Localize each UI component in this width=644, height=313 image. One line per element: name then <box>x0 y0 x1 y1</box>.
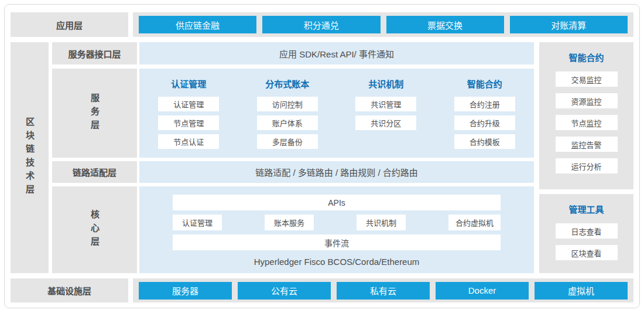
service-column-consensus: 共识机制 共识管理 共识分区 <box>337 77 436 158</box>
node-multilayer-backup: 多层备份 <box>257 134 318 149</box>
node-reconciliation-clearing: 对账清算 <box>510 16 628 33</box>
infrastructure-layer-label: 基础设施层 <box>11 278 128 302</box>
sdk-api-band: 应用 SDK/Rest API/ 事件通知 <box>139 42 534 64</box>
service-column-auth: 认证管理 认证管理 节点管理 节点认证 <box>139 77 238 158</box>
application-layer-row: 应用层 供应链金融 积分通兑 票据交换 对账清算 <box>11 12 633 37</box>
node-operation-analysis: 运行分析 <box>556 158 618 173</box>
node-contract-vm: 合约虚拟机 <box>448 215 501 230</box>
node-event-stream: 事件流 <box>173 234 501 250</box>
node-log-viewer: 日志查看 <box>556 223 618 239</box>
infrastructure-layer-strip: 服务器 公有云 私有云 Docker 虚拟机 <box>133 278 633 302</box>
node-ledger-service: 账本服务 <box>265 215 314 230</box>
service-column-smart-contract-title: 智能合约 <box>467 77 502 90</box>
service-column-consensus-title: 共识机制 <box>368 77 403 90</box>
server-interface-layer-label: 服务器接口层 <box>52 42 137 64</box>
node-public-cloud: 公有云 <box>238 282 331 300</box>
sublayer-labels-column: 服务器接口层 服务层 链路适配层 核心层 <box>52 42 137 273</box>
node-contract-template: 合约模板 <box>454 134 515 149</box>
smart-contract-panel-title: 智能合约 <box>568 51 604 63</box>
node-apis: APIs <box>173 195 501 210</box>
core-platforms-text: Hyperledger Fisco BCOS/Corda/Ethereum <box>173 257 501 267</box>
node-contract-registration: 合约注册 <box>454 97 515 111</box>
application-layer-strip: 供应链金融 积分通兑 票据交换 对账清算 <box>133 12 633 37</box>
node-server: 服务器 <box>139 282 232 300</box>
blockchain-tech-layer-label-box: 区块链技术层 <box>11 42 49 273</box>
right-panels-column: 智能合约 交易监控 资源监控 节点监控 监控告警 运行分析 管理工具 日志查看 … <box>539 42 633 273</box>
node-block-viewer: 区块查看 <box>556 245 618 260</box>
link-adaptation-band: 链路适配 / 多链路由 / 路由规则 / 合约路由 <box>139 161 534 183</box>
node-node-authentication: 节点认证 <box>158 134 219 149</box>
node-consensus-management: 共识管理 <box>355 97 416 111</box>
service-column-ledger: 分布式账本 访问控制 账户体系 多层备份 <box>238 77 337 158</box>
core-layer-panel: APIs 认证管理 账本服务 共识机制 合约虚拟机 事件流 Hyperledge… <box>139 186 534 273</box>
node-core-consensus: 共识机制 <box>357 215 406 230</box>
infrastructure-layer-row: 基础设施层 服务器 公有云 私有云 Docker 虚拟机 <box>11 278 633 302</box>
node-contract-upgrade: 合约升级 <box>454 115 515 130</box>
node-monitoring-alert: 监控告警 <box>556 137 618 152</box>
service-layer-label-text: 服务层 <box>88 93 101 134</box>
service-column-ledger-title: 分布式账本 <box>265 77 309 90</box>
core-layer-label: 核心层 <box>52 186 137 273</box>
node-points-exchange: 积分通兑 <box>262 16 380 33</box>
architecture-diagram: 应用层 供应链金融 积分通兑 票据交换 对账清算 区块链技术层 服务器接口层 服… <box>4 4 640 308</box>
node-node-monitoring: 节点监控 <box>556 115 618 130</box>
node-account-system: 账户体系 <box>257 115 318 130</box>
service-layer-panel: 认证管理 认证管理 节点管理 节点认证 分布式账本 访问控制 账户体系 多层备份… <box>139 69 534 158</box>
node-bill-exchange: 票据交换 <box>386 16 504 33</box>
service-layer-label: 服务层 <box>52 69 137 158</box>
blockchain-tech-layer-label: 区块链技术层 <box>23 117 36 198</box>
management-tools-panel: 管理工具 日志查看 区块查看 <box>539 194 633 273</box>
service-column-auth-title: 认证管理 <box>171 77 206 90</box>
service-column-smart-contract: 智能合约 合约注册 合约升级 合约模板 <box>436 77 535 158</box>
node-docker: Docker <box>436 282 529 300</box>
node-access-control: 访问控制 <box>257 97 318 111</box>
node-auth-management: 认证管理 <box>158 97 219 111</box>
node-node-management: 节点管理 <box>158 115 219 130</box>
node-transaction-monitoring: 交易监控 <box>556 72 618 87</box>
smart-contract-panel: 智能合约 交易监控 资源监控 节点监控 监控告警 运行分析 <box>539 42 633 189</box>
application-layer-label: 应用层 <box>11 12 128 37</box>
node-consensus-partition: 共识分区 <box>355 115 416 130</box>
core-layer-label-text: 核心层 <box>88 210 101 250</box>
node-resource-monitoring: 资源监控 <box>556 93 618 108</box>
management-tools-panel-title: 管理工具 <box>568 203 604 215</box>
node-core-auth-management: 认证管理 <box>173 215 222 230</box>
link-adaptation-layer-label: 链路适配层 <box>52 161 137 183</box>
node-supply-chain-finance: 供应链金融 <box>139 16 256 33</box>
core-modules-row: 认证管理 账本服务 共识机制 合约虚拟机 <box>173 215 501 230</box>
node-virtual-machine: 虚拟机 <box>535 282 628 300</box>
node-private-cloud: 私有云 <box>337 282 430 300</box>
sublayer-content-column: 应用 SDK/Rest API/ 事件通知 认证管理 认证管理 节点管理 节点认… <box>139 42 534 273</box>
blockchain-tech-layer-row: 区块链技术层 服务器接口层 服务层 链路适配层 核心层 应用 SDK/Rest … <box>11 42 633 273</box>
